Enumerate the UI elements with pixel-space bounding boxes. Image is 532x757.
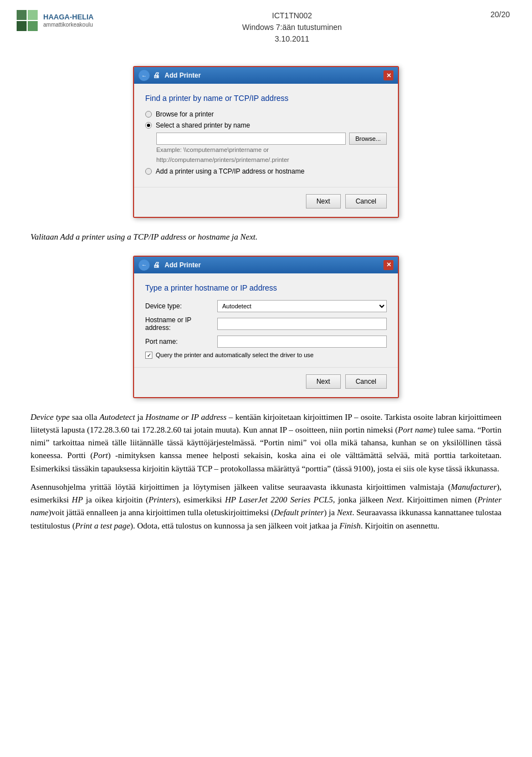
- dialog1-heading: Find a printer by name or TCP/IP address: [145, 94, 387, 103]
- main-content: ← 🖨 Add Printer ✕ Find a printer by name…: [0, 50, 532, 549]
- print-test-term: Print a test page: [75, 521, 130, 530]
- dialog2-device-type-label: Device type:: [145, 302, 217, 310]
- dialog1-radio2[interactable]: [145, 122, 152, 129]
- course-date: 3.10.2011: [94, 33, 490, 45]
- dialog2-next-button[interactable]: Next: [306, 374, 341, 389]
- dialog1-cancel-button[interactable]: Cancel: [345, 194, 387, 209]
- logo-sq-3: [17, 21, 27, 31]
- page-number: 20/20: [490, 10, 510, 19]
- logo-sq-2: [28, 10, 38, 20]
- header-title: ICT1TN002 Windows 7:ään tutustuminen 3.1…: [94, 10, 490, 45]
- hostname-term: Hostname or IP address: [146, 413, 227, 421]
- caption1-text: Valitaan Add a printer using a TCP/IP ad…: [30, 232, 258, 241]
- dialog2-hostname-label: Hostname or IP address:: [145, 316, 217, 332]
- hp-model: HP LaserJet 2200 Series PCL5: [225, 495, 333, 504]
- dialog1-area: ← 🖨 Add Printer ✕ Find a printer by name…: [30, 60, 502, 226]
- dialog2-cancel-button[interactable]: Cancel: [345, 374, 387, 389]
- dialog1-radio2-label: Select a shared printer by name: [156, 121, 250, 129]
- dialog1: ← 🖨 Add Printer ✕ Find a printer by name…: [133, 66, 399, 218]
- logo-area: HAAGA-HELIA ammattikorkeakoulu: [17, 10, 94, 31]
- body-text: Device type saa olla Autodetect ja Hostn…: [30, 411, 502, 532]
- dialog2-checkbox[interactable]: ✓: [145, 352, 152, 359]
- device-type-term: Device type: [30, 413, 70, 421]
- logo-text: HAAGA-HELIA ammattikorkeakoulu: [43, 13, 94, 28]
- dialog2-hostname-row: Hostname or IP address:: [145, 316, 387, 332]
- hp-brand: HP: [72, 495, 83, 504]
- dialog2-back-icon: ←: [139, 260, 150, 271]
- dialog1-printer-name-input[interactable]: [156, 133, 346, 145]
- printers-term: Printers: [149, 495, 176, 504]
- dialog2-title: Add Printer: [165, 261, 201, 269]
- printer-icon: 🖨: [153, 71, 162, 80]
- dialog1-browse-button[interactable]: Browse...: [349, 133, 387, 145]
- dialog1-close-button[interactable]: ✕: [383, 70, 393, 80]
- next-term2: Next: [337, 508, 352, 517]
- logo-sq-1: [17, 10, 27, 20]
- dialog1-input-row: Browse...: [156, 133, 387, 145]
- port-term: Port: [93, 451, 108, 460]
- logo-sq-4: [28, 21, 38, 31]
- dialog2-titlebar: ← 🖨 Add Printer ✕: [134, 257, 398, 273]
- dialog2-port-label: Port name:: [145, 338, 217, 346]
- dialog1-radio3[interactable]: [145, 168, 152, 175]
- dialog2-device-type-select[interactable]: Autodetect: [217, 300, 387, 312]
- default-printer-term: Default printer: [274, 508, 324, 517]
- dialog2-port-input[interactable]: [217, 336, 387, 348]
- dialog1-title: Add Printer: [165, 72, 201, 79]
- dialog1-radio1-row: Browse for a printer: [145, 110, 387, 118]
- dialog1-titlebar: ← 🖨 Add Printer ✕: [134, 67, 398, 84]
- autodetect-term: Autodetect: [99, 413, 135, 421]
- back-arrow-icon: ←: [139, 70, 150, 81]
- dialog2-footer: Next Cancel: [134, 367, 398, 397]
- course-code: ICT1TN002: [94, 10, 490, 22]
- dialog2-device-type-row: Device type: Autodetect: [145, 300, 387, 312]
- dialog1-next-button[interactable]: Next: [306, 194, 341, 209]
- page-header: HAAGA-HELIA ammattikorkeakoulu ICT1TN002…: [0, 0, 532, 50]
- dialog1-body: Find a printer by name or TCP/IP address…: [134, 84, 398, 187]
- logo-name: HAAGA-HELIA: [43, 13, 94, 22]
- manufacturer-term: Manufacturer: [451, 482, 497, 491]
- dialog1-radio2-row: Select a shared printer by name: [145, 121, 387, 129]
- dialog1-hint2: http://computername/printers/printername…: [156, 156, 387, 163]
- dialog1-footer: Next Cancel: [134, 187, 398, 217]
- body-paragraph2: Asennusohjelma yrittää löytää kirjoittim…: [30, 481, 502, 532]
- logo-sub: ammattikorkeakoulu: [43, 22, 94, 28]
- dialog2-printer-icon: 🖨: [153, 261, 162, 270]
- port-name-term: Port name: [398, 425, 433, 434]
- dialog2-body: Type a printer hostname or IP address De…: [134, 273, 398, 367]
- dialog2-close-button[interactable]: ✕: [383, 260, 393, 270]
- dialog1-radio3-row: Add a printer using a TCP/IP address or …: [145, 167, 387, 175]
- dialog2-area: ← 🖨 Add Printer ✕ Type a printer hostnam…: [30, 250, 502, 407]
- dialog2-checkbox-row: ✓ Query the printer and automatically se…: [145, 352, 387, 359]
- dialog1-radio1-label: Browse for a printer: [156, 110, 214, 118]
- dialog2-checkbox-label: Query the printer and automatically sele…: [156, 352, 314, 358]
- dialog1-radio3-label: Add a printer using a TCP/IP address or …: [156, 167, 304, 175]
- finish-term: Finish: [339, 521, 360, 530]
- dialog2-port-row: Port name:: [145, 336, 387, 348]
- course-name: Windows 7:ään tutustuminen: [94, 22, 490, 33]
- caption1: Valitaan Add a printer using a TCP/IP ad…: [30, 231, 502, 243]
- next-term: Next: [386, 495, 402, 504]
- body-paragraph1: Device type saa olla Autodetect ja Hostn…: [30, 411, 502, 475]
- dialog2: ← 🖨 Add Printer ✕ Type a printer hostnam…: [133, 256, 399, 398]
- dialog1-hint1: Example: \\computername\printername or: [156, 146, 387, 153]
- dialog2-heading: Type a printer hostname or IP address: [145, 283, 387, 292]
- dialog1-radio1[interactable]: [145, 111, 152, 118]
- dialog2-hostname-input[interactable]: [217, 318, 387, 330]
- logo-icon: [17, 10, 38, 31]
